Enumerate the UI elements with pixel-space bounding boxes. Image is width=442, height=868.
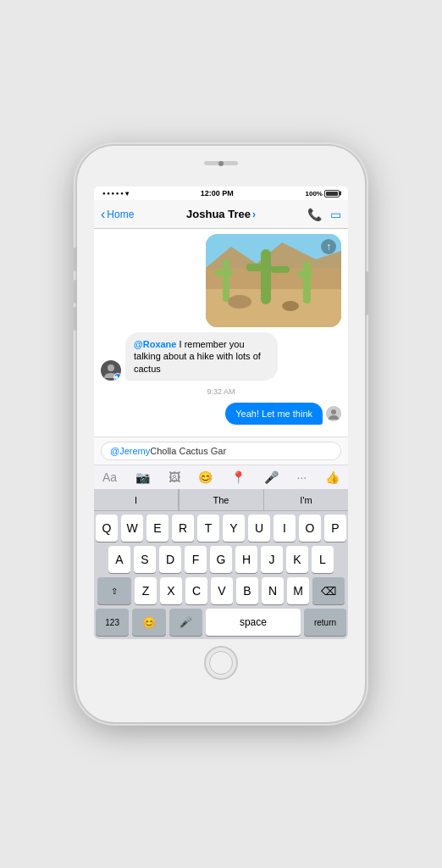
svg-point-13 xyxy=(108,364,114,371)
upload-icon[interactable]: ↑ xyxy=(321,239,336,254)
key-h[interactable]: H xyxy=(235,546,257,573)
nav-title: Joshua Tree › xyxy=(161,208,281,220)
key-u[interactable]: U xyxy=(248,515,270,542)
key-e[interactable]: E xyxy=(146,515,169,542)
key-n[interactable]: N xyxy=(262,577,284,604)
camera xyxy=(218,161,224,166)
svg-rect-6 xyxy=(261,249,271,304)
autocomplete-bar: I The I'm xyxy=(94,489,348,511)
message-row-own: Yeah! Let me think xyxy=(101,403,341,425)
phone-frame: ● ● ● ● ● ▾ 12:00 PM 100% ‹ Home Joshua … xyxy=(77,146,365,722)
own-avatar xyxy=(326,406,341,421)
key-f[interactable]: F xyxy=(185,546,207,573)
key-p[interactable]: P xyxy=(324,515,346,542)
key-s[interactable]: S xyxy=(134,546,156,573)
nav-bar: ‹ Home Joshua Tree › 📞 ▭ xyxy=(94,200,348,229)
autocomplete-item-1[interactable]: I xyxy=(94,489,179,510)
input-mention: @Jeremy xyxy=(110,446,150,456)
shift-key[interactable]: ⇧ xyxy=(97,577,131,604)
keyboard-row-3: ⇧ Z X C V B N M ⌫ xyxy=(96,577,346,604)
home-button[interactable] xyxy=(204,646,238,680)
mic-toolbar-icon[interactable]: 🎤 xyxy=(261,469,282,486)
key-v[interactable]: V xyxy=(211,577,233,604)
key-x[interactable]: X xyxy=(160,577,182,604)
status-right: 100% xyxy=(306,190,340,198)
more-icon[interactable]: ··· xyxy=(294,469,311,486)
toolbar: Aa 📷 🖼 😊 📍 🎤 ··· 👍 xyxy=(94,465,348,489)
emoji-icon[interactable]: 😊 xyxy=(195,469,216,486)
key-m[interactable]: M xyxy=(287,577,309,604)
key-b[interactable]: B xyxy=(236,577,258,604)
font-icon[interactable]: Aa xyxy=(99,469,120,486)
key-w[interactable]: W xyxy=(121,515,143,542)
svg-rect-8 xyxy=(271,266,290,273)
keyboard-row-2: A S D F G H J K L xyxy=(96,546,346,573)
key-o[interactable]: O xyxy=(299,515,321,542)
chat-area: ↑ @Roxane I remembe xyxy=(94,229,348,437)
message-input[interactable]: @Jeremy Cholla Cactus Gar xyxy=(101,442,341,460)
svg-point-15 xyxy=(331,409,336,415)
nav-icons: 📞 ▭ xyxy=(281,208,341,221)
delete-key[interactable]: ⌫ xyxy=(312,577,345,604)
battery-icon xyxy=(324,190,340,198)
like-icon[interactable]: 👍 xyxy=(322,469,343,486)
message-bubble-other: @Roxane I remember you talking about a h… xyxy=(125,332,278,381)
svg-point-12 xyxy=(282,301,299,311)
numbers-key[interactable]: 123 xyxy=(96,609,129,636)
key-q[interactable]: Q xyxy=(96,515,118,542)
space-key[interactable]: space xyxy=(206,609,301,636)
key-c[interactable]: C xyxy=(185,577,207,604)
svg-rect-7 xyxy=(246,264,272,271)
autocomplete-item-3[interactable]: I'm xyxy=(264,489,348,510)
image-message: ↑ xyxy=(206,234,341,327)
avatar xyxy=(101,360,121,381)
key-t[interactable]: T xyxy=(197,515,219,542)
camera-icon[interactable]: 📷 xyxy=(132,469,153,486)
wifi-icon: ▾ xyxy=(125,190,129,198)
mention-tag: @Roxane xyxy=(134,339,176,349)
input-area: @Jeremy Cholla Cactus Gar xyxy=(94,437,348,465)
status-time: 12:00 PM xyxy=(201,189,234,198)
key-r[interactable]: R xyxy=(172,515,194,542)
nav-title-chevron: › xyxy=(252,209,256,220)
emoji-key[interactable]: 😊 xyxy=(132,609,165,636)
message-row-other: @Roxane I remember you talking about a h… xyxy=(101,332,341,381)
home-button-inner xyxy=(209,651,233,675)
battery-fill xyxy=(326,192,338,196)
svg-rect-5 xyxy=(214,270,233,275)
autocomplete-item-2[interactable]: The xyxy=(180,489,264,510)
video-call-icon[interactable]: ▭ xyxy=(330,208,341,221)
svg-rect-10 xyxy=(297,271,312,277)
return-key[interactable]: return xyxy=(304,609,346,636)
svg-point-11 xyxy=(228,295,251,309)
time-label: 9:32 AM xyxy=(101,387,341,396)
status-bar: ● ● ● ● ● ▾ 12:00 PM 100% xyxy=(94,186,348,200)
key-i[interactable]: I xyxy=(273,515,296,542)
location-icon[interactable]: 📍 xyxy=(228,469,249,486)
key-l[interactable]: L xyxy=(312,546,334,573)
mic-key[interactable]: 🎤 xyxy=(169,609,202,636)
svg-rect-9 xyxy=(303,261,311,303)
keyboard-row-4: 123 😊 🎤 space return xyxy=(96,609,346,636)
key-y[interactable]: Y xyxy=(223,515,245,542)
back-chevron: ‹ xyxy=(101,207,105,222)
key-a[interactable]: A xyxy=(108,546,130,573)
battery-pct: 100% xyxy=(306,190,323,198)
key-z[interactable]: Z xyxy=(135,577,157,604)
nav-back-button[interactable]: ‹ Home xyxy=(101,207,161,222)
back-label[interactable]: Home xyxy=(107,209,134,220)
gallery-icon[interactable]: 🖼 xyxy=(165,469,184,486)
status-left: ● ● ● ● ● ▾ xyxy=(102,190,129,198)
own-message-bubble: Yeah! Let me think xyxy=(225,403,323,425)
key-g[interactable]: G xyxy=(210,546,232,573)
phone-screen: ● ● ● ● ● ▾ 12:00 PM 100% ‹ Home Joshua … xyxy=(94,186,348,639)
key-j[interactable]: J xyxy=(261,546,283,573)
keyboard-row-1: Q W E R T Y U I O P xyxy=(96,515,346,542)
messenger-badge xyxy=(113,373,121,381)
own-message-text: Yeah! Let me think xyxy=(235,409,312,419)
phone-call-icon[interactable]: 📞 xyxy=(307,208,322,221)
key-d[interactable]: D xyxy=(159,546,181,573)
input-text-content: Cholla Cactus Gar xyxy=(150,446,226,456)
key-k[interactable]: K xyxy=(286,546,308,573)
keyboard: Q W E R T Y U I O P A S D F G H J K xyxy=(94,511,348,639)
